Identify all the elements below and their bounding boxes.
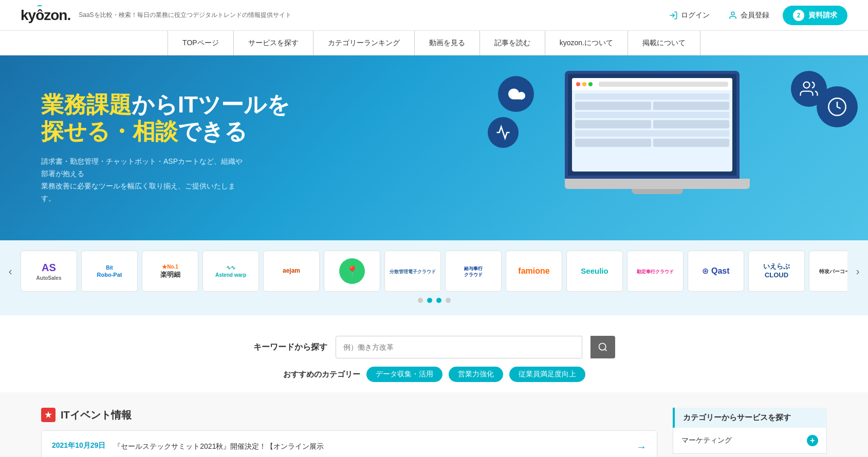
sidebar-heading: カテゴリーからサービスを探す	[673, 408, 827, 428]
search-label: キーワードから探す	[253, 342, 327, 353]
dot-2[interactable]	[427, 298, 432, 303]
event-arrow-icon: →	[636, 441, 647, 453]
carousel-prev-button[interactable]: ‹	[0, 255, 21, 288]
list-item[interactable]: ∿∿ Astend warp	[202, 251, 259, 292]
logo-famione: famione	[518, 266, 549, 277]
events-icon: ★	[41, 408, 56, 422]
hero-title: 業務課題からITツールを 探せる・相談できる	[41, 91, 827, 146]
hero-content: 業務課題からITツールを 探せる・相談できる 請求書・勤怠管理・チャットボット・…	[0, 71, 868, 225]
list-item[interactable]: いえらぶ CLOUD	[748, 251, 805, 292]
logo-period: .	[67, 7, 70, 24]
categories-label: おすすめのカテゴリー	[283, 370, 360, 379]
search-button[interactable]	[590, 336, 615, 358]
list-item[interactable]: Bit Robo-Pat	[81, 251, 138, 292]
dot-3[interactable]	[436, 298, 441, 303]
logo-warp: ∿∿ Astend warp	[215, 264, 246, 278]
nav-videos[interactable]: 動画を見る	[414, 31, 479, 55]
category-data-collection[interactable]: データ収集・活用	[366, 367, 442, 382]
hero-subtitle: 請求書・勤怠管理・チャットボット・ASPカートなど、組織や部署が抱える業務改善に…	[41, 156, 247, 204]
logo-seeulio: Seeulio	[581, 266, 608, 276]
list-item[interactable]: 勘定奉行クラウド	[627, 251, 684, 292]
logo-green-pin: 📍	[339, 258, 365, 284]
events-heading: ★ ITイベント情報	[41, 408, 657, 422]
svg-line-4	[604, 349, 606, 351]
logo-kyuyo: 給与奉行 クラウド	[464, 264, 483, 278]
main-nav: TOPページ サービスを探す カテゴリーランキング 動画を見る 記事を読む ky…	[0, 31, 868, 55]
logo-autosales: AS AutoSales	[36, 261, 62, 281]
logo-bunsan: 分散管理電子クラウド	[390, 268, 436, 275]
carousel-dots	[0, 292, 868, 305]
register-button[interactable]: 会員登録	[723, 8, 774, 23]
main-left: ★ ITイベント情報 2021年10月29日 『セールステックサミット2021秋…	[41, 408, 657, 457]
event-date: 2021年10月29日	[52, 441, 105, 450]
list-item[interactable]: ⊙ Qast	[688, 251, 744, 292]
list-item[interactable]: aejam	[263, 251, 320, 292]
list-item[interactable]: 📍	[324, 251, 380, 292]
login-icon	[669, 11, 678, 20]
carousel-section: ‹ AS AutoSales Bit Robo-Pat ★No.1 楽明細	[0, 240, 868, 315]
nav-ranking[interactable]: カテゴリーランキング	[313, 31, 414, 55]
list-item[interactable]: famione	[506, 251, 562, 292]
logo-ierabu: いえらぶ CLOUD	[763, 262, 790, 280]
events-title: ITイベント情報	[61, 408, 132, 422]
category-sales[interactable]: 営業力強化	[449, 367, 503, 382]
list-item[interactable]: 特攻バーコード	[809, 251, 847, 292]
carousel-wrapper: ‹ AS AutoSales Bit Robo-Pat ★No.1 楽明細	[0, 251, 868, 292]
list-item[interactable]: AS AutoSales	[21, 251, 77, 292]
hero-title-yellow1: 業務課題	[41, 92, 132, 117]
list-item[interactable]: ★No.1 楽明細	[142, 251, 198, 292]
sidebar-category-name: マーケティング	[681, 436, 732, 445]
svg-point-3	[599, 344, 605, 350]
logo-barcode: 特攻バーコード	[819, 268, 847, 275]
nav-listing[interactable]: 掲載について	[627, 31, 700, 55]
hero-section: 業務課題からITツールを 探せる・相談できる 請求書・勤怠管理・チャットボット・…	[0, 55, 868, 240]
dot-1[interactable]	[418, 298, 423, 303]
logo-rakumei: ★No.1 楽明細	[160, 263, 180, 279]
carousel-next-button[interactable]: ›	[847, 255, 868, 288]
register-icon	[728, 11, 737, 20]
logo: kyôzon.	[21, 7, 70, 24]
logo-aejam: aejam	[283, 267, 300, 275]
nav-services[interactable]: サービスを探す	[233, 31, 313, 55]
header: kyôzon. SaaSを比較・検索！毎日の業務に役立つデジタルトレンドの情報提…	[0, 0, 868, 31]
tagline: SaaSを比較・検索！毎日の業務に役立つデジタルトレンドの情報提供サイト	[79, 11, 663, 20]
main-content: ★ ITイベント情報 2021年10月29日 『セールステックサミット2021秋…	[0, 392, 868, 457]
search-row: キーワードから探す	[253, 336, 615, 358]
event-title: 『セールステックサミット2021秋』開催決定！【オンライン展示	[114, 441, 324, 452]
logo-qast: ⊙ Qast	[702, 266, 729, 277]
nav-top[interactable]: TOPページ	[168, 31, 233, 55]
event-card[interactable]: 2021年10月29日 『セールステックサミット2021秋』開催決定！【オンライ…	[41, 430, 657, 457]
hero-title-text1: からITツールを	[132, 92, 290, 117]
nav-articles[interactable]: 記事を読む	[479, 31, 545, 55]
carousel-track: AS AutoSales Bit Robo-Pat ★No.1 楽明細 ∿∿	[21, 251, 847, 292]
list-item[interactable]: Seeulio	[566, 251, 623, 292]
logo-text: kyôzon	[21, 7, 67, 24]
main-right: カテゴリーからサービスを探す マーケティング +	[673, 408, 827, 457]
logo-kanjo: 勘定奉行クラウド	[637, 268, 674, 275]
search-icon	[598, 342, 608, 352]
login-button[interactable]: ログイン	[663, 8, 715, 23]
list-item[interactable]: 分散管理電子クラウド	[384, 251, 441, 292]
dot-4[interactable]	[446, 298, 451, 303]
header-actions: ログイン 会員登録 2 資料請求	[663, 6, 847, 25]
request-badge: 2	[793, 10, 804, 21]
category-satisfaction[interactable]: 従業員満足度向上	[509, 367, 585, 382]
search-section: キーワードから探す おすすめのカテゴリー データ収集・活用 営業力強化 従業員満…	[0, 315, 868, 392]
list-item[interactable]: 給与奉行 クラウド	[445, 251, 502, 292]
logo-robopat: Bit Robo-Pat	[97, 264, 122, 279]
request-button[interactable]: 2 資料請求	[783, 6, 847, 25]
hero-title-text2: できる	[178, 119, 247, 144]
nav-about[interactable]: kyozon.について	[545, 31, 627, 55]
hero-title-yellow2: 探せる・相談	[41, 119, 178, 144]
search-input[interactable]	[336, 336, 582, 358]
sidebar-expand-icon: +	[807, 435, 818, 446]
category-row: おすすめのカテゴリー データ収集・活用 営業力強化 従業員満足度向上	[283, 367, 585, 382]
sidebar-category-marketing[interactable]: マーケティング +	[673, 428, 827, 454]
